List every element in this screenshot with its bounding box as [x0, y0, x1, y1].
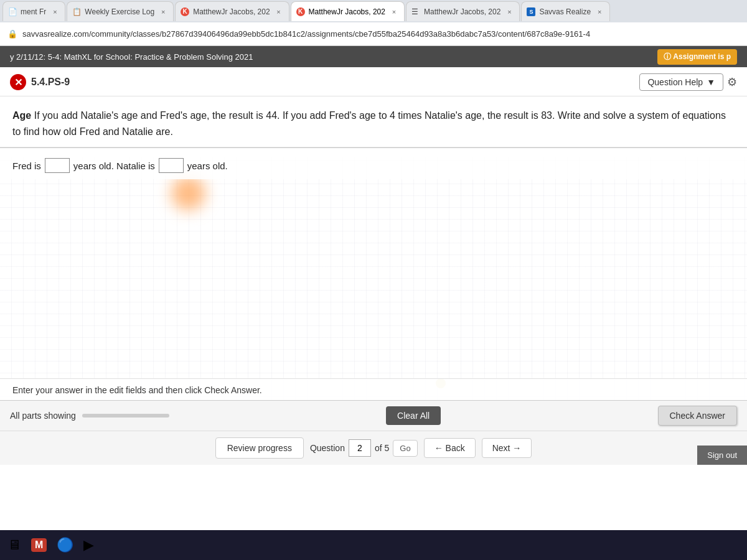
close-circle-button[interactable]: ✕ — [10, 74, 26, 90]
question-navigation: Question of 5 Go — [310, 439, 418, 457]
question-id-label: 5.4.PS-9 — [31, 77, 70, 88]
taskbar-chrome-icon[interactable]: 🔵 — [57, 537, 73, 553]
tab-matthew1[interactable]: K MatthewJr Jacobs, 202 × — [175, 1, 289, 21]
settings-gear-button[interactable]: ⚙ — [727, 75, 737, 89]
tab-icon-ment: 📄 — [8, 7, 17, 16]
tab-icon-m3: ☰ — [411, 7, 420, 16]
tab-close-m2[interactable]: × — [389, 7, 399, 17]
question-work-area — [0, 179, 747, 378]
question-help-label: Question Help — [647, 77, 703, 87]
instructions-row: Enter your answer in the edit fields and… — [0, 378, 747, 400]
question-text: Age If you add Natalie's age and Fred's … — [12, 108, 735, 139]
tab-matthew3[interactable]: ☰ MatthewJr Jacobs, 202 × — [406, 1, 520, 21]
address-text[interactable]: savvasrealize.com/community/classes/b278… — [22, 29, 740, 39]
question-bold-label: Age — [12, 110, 31, 121]
navigation-row: Review progress Question of 5 Go ← Back … — [0, 431, 747, 465]
fred-is-label: Fred is — [12, 161, 41, 171]
years-old-suffix-label: years old. — [187, 161, 228, 171]
taskbar-gmail-icon[interactable]: M — [31, 538, 47, 552]
question-number-input[interactable] — [349, 439, 371, 457]
tab-label-m2: MatthewJr Jacobs, 202 — [309, 7, 385, 16]
tab-close-m1[interactable]: × — [274, 7, 284, 17]
tab-label-ment: ment Fr — [21, 7, 46, 16]
tab-matthew2[interactable]: K MatthewJr Jacobs, 202 × — [291, 1, 405, 21]
fred-age-input[interactable] — [45, 158, 70, 173]
of-total-label: of 5 — [375, 443, 389, 453]
tab-close-m3[interactable]: × — [504, 7, 514, 17]
tab-ment-fr[interactable]: 📄 ment Fr × — [2, 1, 65, 21]
assignment-header: y 2/11/12: 5-4: MathXL for School: Pract… — [0, 46, 747, 67]
tab-icon-weekly: 📋 — [72, 7, 81, 16]
next-button[interactable]: Next → — [482, 438, 532, 458]
all-parts-label: All parts showing — [10, 411, 76, 421]
natalie-age-input[interactable] — [159, 158, 184, 173]
tab-icon-m1: K — [181, 7, 189, 16]
tab-icon-m2: K — [296, 7, 305, 16]
taskbar-play-icon[interactable]: ▶ — [83, 537, 94, 553]
all-parts-row: All parts showing — [10, 411, 169, 421]
clear-all-button[interactable]: Clear All — [386, 406, 441, 425]
taskbar: 🖥 M 🔵 ▶ — [0, 530, 747, 560]
bottom-toolbar: All parts showing Clear All Check Answer — [0, 400, 747, 431]
tab-savvas[interactable]: S Savvas Realize × — [521, 1, 610, 21]
sign-out-button[interactable]: Sign out — [697, 446, 747, 465]
tab-icon-savvas: S — [527, 7, 535, 16]
dropdown-chevron-icon: ▼ — [707, 77, 715, 87]
question-id-container: ✕ 5.4.PS-9 — [10, 74, 70, 90]
question-header-row: ✕ 5.4.PS-9 Question Help ▼ ⚙ — [0, 67, 747, 96]
tab-label-m1: MatthewJr Jacobs, 202 — [193, 7, 270, 16]
go-button[interactable]: Go — [393, 440, 417, 457]
address-bar: 🔒 savvasrealize.com/community/classes/b2… — [0, 22, 747, 46]
question-label: Question — [310, 443, 345, 453]
taskbar-windows-icon[interactable]: 🖥 — [7, 537, 21, 553]
tab-label-m3: MatthewJr Jacobs, 202 — [424, 7, 500, 16]
back-button[interactable]: ← Back — [424, 438, 476, 458]
tab-close-weekly[interactable]: × — [158, 7, 168, 17]
question-help-button[interactable]: Question Help ▼ — [639, 73, 723, 91]
parts-progress-bar — [82, 414, 169, 418]
instructions-text: Enter your answer in the edit fields and… — [12, 385, 262, 395]
tab-bar: 📄 ment Fr × 📋 Weekly Exercise Log × K Ma… — [0, 0, 747, 22]
tab-close-ment[interactable]: × — [50, 7, 60, 17]
content-wrapper: ✕ 5.4.PS-9 Question Help ▼ ⚙ Age If you … — [0, 67, 747, 530]
question-content: If you add Natalie's age and Fred's age,… — [12, 110, 726, 137]
tab-weekly[interactable]: 📋 Weekly Exercise Log × — [67, 1, 174, 21]
tab-close-savvas[interactable]: × — [594, 7, 604, 17]
assignment-notice: ⓘ Assignment is p — [657, 49, 737, 65]
assignment-title: y 2/11/12: 5-4: MathXL for School: Pract… — [10, 52, 253, 62]
question-body: Age If you add Natalie's age and Fred's … — [0, 96, 747, 147]
answer-area: Fred is years old. Natalie is years old. — [0, 148, 747, 179]
years-old-natalie-label: years old. Natalie is — [73, 161, 155, 171]
help-controls: Question Help ▼ ⚙ — [639, 73, 737, 91]
review-progress-button[interactable]: Review progress — [215, 437, 304, 459]
tab-label-savvas: Savvas Realize — [539, 7, 591, 16]
lock-icon: 🔒 — [7, 29, 17, 39]
check-answer-button[interactable]: Check Answer — [658, 406, 737, 426]
tab-label-weekly: Weekly Exercise Log — [85, 7, 154, 16]
